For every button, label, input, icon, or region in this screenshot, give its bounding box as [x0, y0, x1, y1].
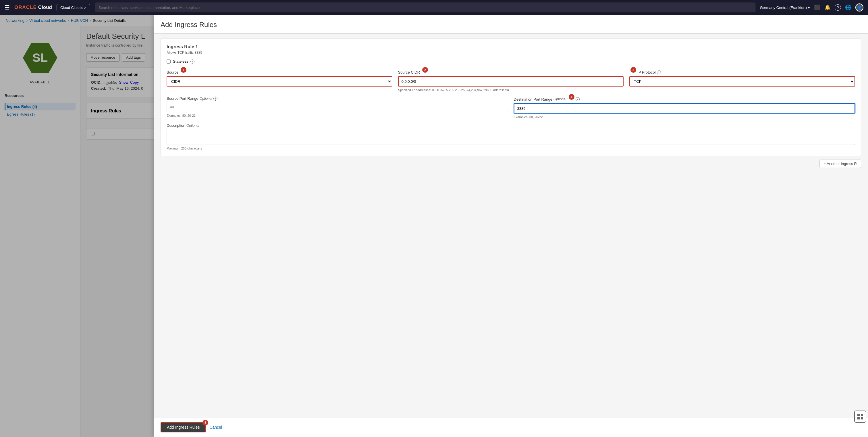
slide-panel-header: Add Ingress Rules	[154, 15, 868, 34]
region-chevron-icon: ▾	[808, 5, 810, 10]
svg-rect-3	[861, 417, 863, 419]
dest-port-group: Destination Port Range Optional 4 i 3389…	[514, 96, 855, 119]
cloud-text: Cloud	[38, 5, 52, 10]
source-port-hint: Examples: 80, 20-22	[166, 114, 508, 117]
description-label-text: Description	[166, 123, 185, 128]
hamburger-icon[interactable]: ☰	[5, 4, 10, 11]
rule-card-1: Ingress Rule 1 Allows TCP traffic 3389 S…	[161, 38, 861, 156]
svg-rect-2	[857, 417, 860, 419]
oracle-logo: ORACLE Cloud	[14, 5, 52, 10]
help-icon[interactable]: ?	[835, 4, 841, 11]
source-port-optional: Optional	[199, 96, 213, 100]
stateless-row: Stateless i	[166, 59, 855, 63]
description-optional: Optional	[186, 124, 199, 128]
slide-panel-title: Add Ingress Rules	[161, 21, 861, 29]
footer-buttons: Add Ingress Rules 5 Cancel	[161, 422, 222, 432]
terminal-icon[interactable]: ⬛	[814, 4, 820, 11]
step-badge-2: 2	[422, 67, 428, 73]
bell-icon[interactable]: 🔔	[824, 4, 831, 11]
svg-rect-0	[857, 414, 860, 416]
ip-protocol-group: 3 IP Protocol i TCPUDPICMPAll Protocols	[629, 69, 855, 92]
step-badge-5: 5	[203, 420, 208, 426]
cloud-classic-button[interactable]: Cloud Classic >	[57, 4, 90, 11]
source-group: Source 1 CIDRCIDR BlockServiceNetwork CI…	[166, 69, 392, 92]
another-ingress-area: + Another Ingress R	[161, 156, 861, 171]
ip-protocol-info-icon[interactable]: i	[657, 70, 661, 74]
form-row-1: Source 1 CIDRCIDR BlockServiceNetwork CI…	[166, 69, 855, 92]
svg-rect-1	[861, 414, 863, 416]
search-input[interactable]	[95, 3, 755, 12]
dest-port-label-text: Destination Port Range	[514, 97, 552, 101]
source-label-text: Source	[166, 70, 178, 75]
globe-icon[interactable]: 🌐	[845, 4, 851, 11]
dest-port-info-icon[interactable]: i	[576, 97, 580, 101]
stateless-label: Stateless	[173, 59, 188, 63]
source-cidr-input[interactable]: 0.0.0.0/0	[398, 76, 624, 87]
source-port-input[interactable]	[166, 102, 508, 112]
add-ingress-button[interactable]: Add Ingress Rules	[161, 422, 206, 432]
source-port-group: Source Port Range Optional i Examples: 8…	[166, 96, 508, 119]
dest-port-optional: Optional	[554, 97, 566, 101]
description-group: Description Optional Maximum 255 charact…	[166, 123, 855, 150]
slide-panel: Add Ingress Rules Ingress Rule 1 Allows …	[154, 15, 868, 437]
source-cidr-group: Source CIDR 2 0.0.0.0/0 Specified IP add…	[398, 69, 624, 92]
rule-card-title: Ingress Rule 1	[166, 44, 855, 50]
region-name: Germany Central (Frankfurt)	[760, 5, 807, 10]
stateless-info-icon[interactable]: i	[190, 59, 194, 63]
slide-panel-footer: Add Ingress Rules 5 Cancel	[154, 417, 868, 437]
source-select[interactable]: CIDRCIDR BlockServiceNetwork CIDR	[166, 76, 392, 87]
another-ingress-button[interactable]: + Another Ingress R	[819, 159, 861, 168]
top-navbar: ☰ ORACLE Cloud Cloud Classic > Germany C…	[0, 0, 868, 15]
user-icon[interactable]: 👤	[855, 3, 863, 11]
grid-icon	[857, 413, 863, 420]
dest-port-input[interactable]: 3389	[514, 103, 855, 114]
step-badge-4: 4	[569, 94, 575, 100]
slide-panel-body: Ingress Rule 1 Allows TCP traffic 3389 S…	[154, 34, 868, 417]
step-badge-1: 1	[181, 67, 186, 73]
oracle-text: ORACLE	[14, 5, 37, 10]
ip-protocol-label: 3 IP Protocol i	[629, 69, 855, 75]
source-cidr-label-text: Source CIDR	[398, 70, 420, 75]
region-selector[interactable]: Germany Central (Frankfurt) ▾	[760, 5, 810, 10]
source-label: Source 1	[166, 69, 392, 75]
cancel-button[interactable]: Cancel	[209, 425, 222, 430]
form-row-2: Source Port Range Optional i Examples: 8…	[166, 96, 855, 119]
description-label: Description Optional	[166, 123, 855, 128]
dest-port-hint: Examples: 80, 20-22	[514, 115, 855, 119]
source-port-label-text: Source Port Range	[166, 96, 198, 100]
add-button-wrapper: Add Ingress Rules 5	[161, 422, 206, 432]
source-port-label: Source Port Range Optional i	[166, 96, 508, 100]
navbar-right: Germany Central (Frankfurt) ▾ ⬛ 🔔 ? 🌐 👤	[760, 3, 863, 11]
description-hint: Maximum 255 characters	[166, 147, 855, 150]
rule-card-desc: Allows TCP traffic 3389	[166, 51, 855, 55]
ip-protocol-select[interactable]: TCPUDPICMPAll Protocols	[629, 76, 855, 87]
description-textarea[interactable]	[166, 129, 855, 145]
source-cidr-hint: Specified IP addresses: 0.0.0.0-255.255.…	[398, 88, 624, 92]
dest-port-label: Destination Port Range Optional 4 i	[514, 96, 855, 102]
source-cidr-label: Source CIDR 2	[398, 69, 624, 75]
ip-protocol-label-text: IP Protocol	[638, 70, 655, 75]
source-port-info-icon[interactable]: i	[213, 96, 217, 100]
stateless-checkbox[interactable]	[166, 59, 170, 63]
grid-icon-button[interactable]	[854, 411, 866, 423]
step-badge-3: 3	[630, 67, 636, 73]
